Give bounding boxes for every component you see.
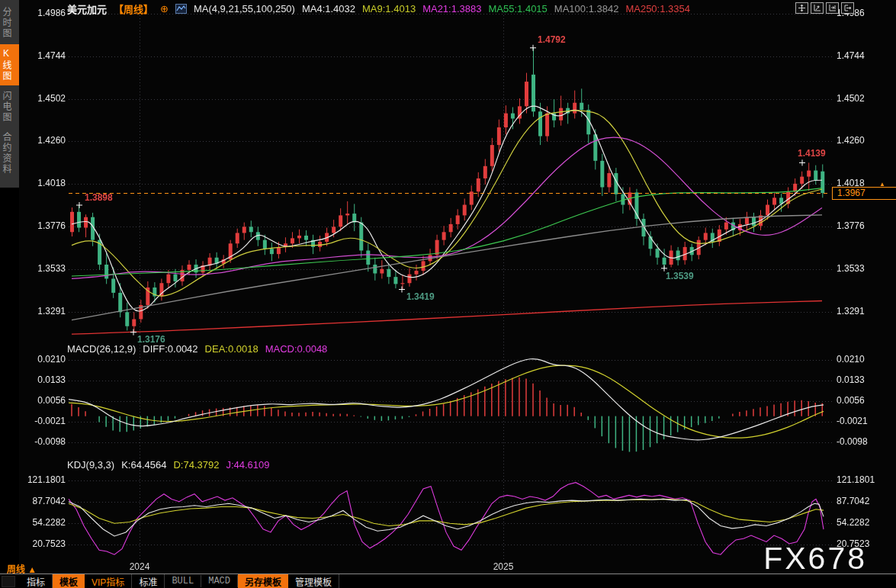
kdj-title: KDJ(9,3,3) [67, 459, 114, 471]
ma-indicator-icon[interactable] [175, 4, 187, 14]
kdj-d-value: D:74.3792 [173, 459, 219, 471]
tab-4[interactable]: BULL [165, 575, 201, 587]
tab-3[interactable]: 标准 [132, 574, 165, 588]
sidebar-item-1[interactable]: K线图 [0, 44, 19, 85]
macd-title: MACD(26,12,9) [67, 343, 136, 355]
price-annotation: 1.4792 [538, 34, 566, 45]
year-label: 2025 [493, 561, 514, 572]
ma-values: MA4:1.4032MA9:1.4013MA21:1.3883MA55:1.40… [302, 3, 690, 14]
sidebar-strip: 分时图K线图闪电图合约资料 [0, 0, 19, 188]
ma-group-label: MA(4,9,21,55,100,250) [194, 3, 295, 14]
axis-label: 1.4260 [20, 135, 66, 146]
popout-icon[interactable] [841, 2, 854, 14]
move-tool-icon[interactable] [795, 2, 808, 14]
window-toolbar [795, 2, 854, 14]
axis-label: 1.4744 [20, 50, 66, 61]
price-annotation: 1.3898 [85, 192, 113, 203]
axis-label: 121.1801 [20, 474, 66, 485]
axis-label: 1.3291 [20, 306, 66, 316]
zoom-y-axis-icon[interactable] [811, 2, 824, 14]
axis-label: 0.0056 [837, 395, 865, 406]
sidebar-item-0[interactable]: 分时图 [0, 3, 19, 43]
axis-label: 0.0133 [837, 374, 865, 385]
ma-value: MA9:1.4013 [362, 3, 416, 14]
macd-macd-value: MACD:0.0048 [265, 343, 328, 355]
axis-label: 1.3776 [837, 220, 865, 231]
axis-label: 1.4018 [20, 178, 66, 188]
macd-dea-value: DEA:0.0018 [205, 343, 259, 355]
kdj-panel-header: KDJ(9,3,3) K:64.4564 D:74.3792 J:44.6109 [67, 459, 270, 471]
axis-label: -0.0021 [837, 416, 868, 426]
axis-label: 54.2282 [20, 517, 66, 528]
ma-value: MA250:1.3354 [625, 3, 690, 14]
axis-label: 1.3533 [20, 263, 66, 274]
macd-diff-value: DIFF:0.0042 [143, 343, 198, 355]
kdj-k-value: K:64.4564 [121, 459, 166, 471]
bottom-toolbar: 指标模板VIP指标标准BULLMACD另存模板管理模板 [0, 574, 896, 588]
symbol-title: 美元加元 [67, 2, 107, 16]
price-annotation: 1.4139 [798, 148, 826, 159]
ma-value: MA55:1.4015 [488, 3, 547, 14]
toolbar-corner-button[interactable] [2, 576, 15, 587]
axis-label: 0.0133 [20, 374, 66, 385]
add-indicator-icon[interactable]: ⊕ [160, 3, 169, 14]
axis-label: 54.2282 [837, 517, 869, 528]
macd-panel-header: MACD(26,12,9) DIFF:0.0042 DEA:0.0018 MAC… [67, 343, 327, 355]
chart-canvas[interactable] [0, 0, 896, 588]
tab-0[interactable]: 指标 [20, 574, 53, 588]
axis-label: 1.4502 [20, 93, 66, 104]
tab-2[interactable]: VIP指标 [85, 574, 132, 588]
tab-5[interactable]: MACD [201, 575, 238, 587]
ma-value: MA21:1.3883 [422, 3, 481, 14]
axis-label: -0.0098 [20, 436, 66, 447]
axis-label: 87.7042 [837, 496, 869, 506]
sidebar-item-3[interactable]: 合约资料 [0, 128, 19, 178]
axis-label: 20.7523 [20, 538, 66, 549]
axis-label: 1.3291 [837, 306, 865, 316]
year-label: 2024 [130, 561, 150, 572]
axis-label: -0.0021 [20, 416, 66, 426]
tab-6[interactable]: 另存模板 [238, 574, 288, 588]
price-annotation: 1.3539 [666, 271, 694, 281]
axis-label: 1.4260 [837, 135, 865, 146]
axis-label: 87.7042 [20, 496, 66, 506]
chart-app: 分时图K线图闪电图合约资料 美元加元 【周线】 ⊕ MA(4,9,21,55,1… [0, 0, 896, 588]
axis-label: 20.7523 [837, 538, 869, 549]
axis-label: 0.0056 [20, 395, 66, 406]
kdj-j-value: J:44.6109 [226, 459, 269, 471]
zoom-x-axis-icon[interactable] [826, 2, 839, 14]
chart-header: 美元加元 【周线】 ⊕ MA(4,9,21,55,100,250) MA4:1.… [67, 2, 690, 14]
current-price-tag: 1.3967 [832, 187, 896, 200]
tab-1[interactable]: 模板 [53, 574, 85, 588]
axis-label: 1.4744 [837, 50, 865, 61]
left-sidebar: 分时图K线图闪电图合约资料 [0, 0, 19, 588]
tab-7[interactable]: 管理模板 [288, 574, 339, 588]
ma-value: MA100:1.3842 [554, 3, 619, 14]
period-tag: 【周线】 [114, 2, 153, 16]
axis-label: 121.1801 [837, 474, 875, 485]
price-annotation: 1.3419 [406, 291, 435, 302]
axis-label: 1.4986 [20, 8, 66, 18]
axis-label: 1.3533 [837, 263, 865, 274]
axis-label: -0.0098 [837, 436, 868, 447]
ma-value: MA4:1.4032 [302, 3, 355, 14]
axis-label: 1.3776 [20, 220, 66, 231]
axis-label: 1.4502 [837, 93, 865, 104]
price-up-arrow-icon: ▲ [879, 181, 885, 188]
axis-label: 0.0210 [837, 354, 865, 365]
sidebar-item-2[interactable]: 闪电图 [0, 87, 19, 127]
axis-label: 0.0210 [20, 354, 66, 365]
